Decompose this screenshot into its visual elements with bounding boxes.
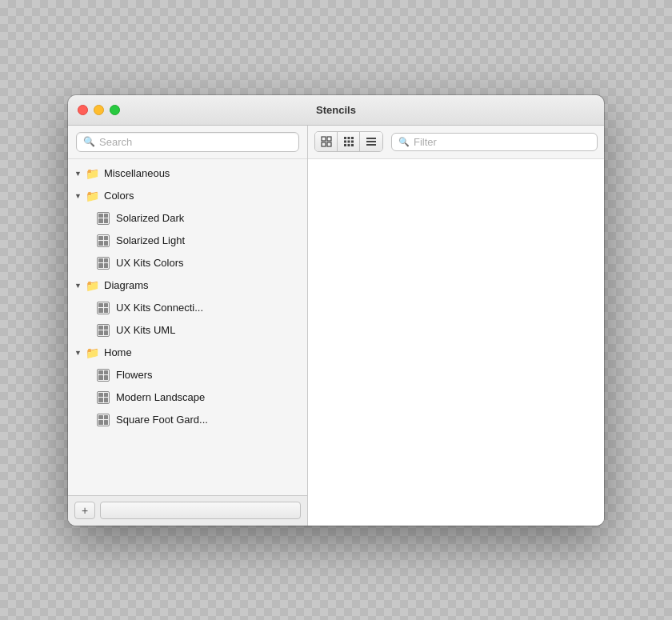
stencil-label: Solarized Light bbox=[116, 234, 185, 246]
search-bar: 🔍 bbox=[68, 126, 307, 159]
svg-rect-6 bbox=[351, 137, 354, 139]
stencils-window: Stencils 🔍 ▼ 📁 Miscellaneous bbox=[68, 95, 604, 526]
right-panel: 🔍 Filter bbox=[308, 126, 604, 526]
svg-rect-12 bbox=[351, 144, 354, 146]
folder-label: Home bbox=[104, 346, 132, 358]
svg-rect-13 bbox=[366, 138, 376, 139]
stencil-grid-icon bbox=[97, 391, 110, 404]
search-input-wrapper[interactable]: 🔍 bbox=[76, 132, 299, 152]
svg-rect-5 bbox=[347, 137, 350, 139]
stencil-grid-icon bbox=[97, 324, 110, 337]
tree-container: ▼ 📁 Miscellaneous ▼ 📁 Colors Solarized D… bbox=[68, 159, 307, 495]
tree-item-ux-kits-connecti[interactable]: UX Kits Connecti... bbox=[68, 297, 307, 319]
stencil-label: UX Kits UML bbox=[116, 324, 175, 336]
stencil-label: UX Kits Colors bbox=[116, 257, 184, 269]
tree-folder-miscellaneous[interactable]: ▼ 📁 Miscellaneous bbox=[68, 162, 307, 185]
grid-view-button[interactable] bbox=[338, 132, 360, 151]
svg-rect-7 bbox=[344, 141, 346, 143]
folder-label: Diagrams bbox=[104, 279, 149, 291]
tree-item-ux-kits-colors[interactable]: UX Kits Colors bbox=[68, 252, 307, 274]
tree-folder-diagrams[interactable]: ▼ 📁 Diagrams bbox=[68, 274, 307, 297]
svg-rect-10 bbox=[344, 144, 346, 146]
add-stencil-button[interactable]: + bbox=[74, 502, 95, 519]
chevron-icon: ▼ bbox=[74, 170, 82, 178]
chevron-icon: ▼ bbox=[74, 282, 82, 290]
filter-wrapper[interactable]: 🔍 Filter bbox=[391, 133, 598, 151]
folder-icon: 📁 bbox=[86, 167, 99, 180]
maximize-button[interactable] bbox=[110, 105, 120, 115]
svg-rect-3 bbox=[327, 142, 331, 146]
chevron-icon: ▼ bbox=[74, 192, 82, 200]
chevron-icon: ▼ bbox=[74, 349, 82, 357]
stencil-view-button[interactable] bbox=[315, 132, 338, 151]
svg-rect-8 bbox=[347, 141, 350, 143]
stencil-label: UX Kits Connecti... bbox=[116, 302, 203, 314]
stencil-label: Modern Landscape bbox=[116, 391, 205, 403]
stencil-grid-icon bbox=[97, 212, 110, 225]
folder-label: Colors bbox=[104, 190, 134, 202]
grid-view-icon bbox=[343, 136, 354, 147]
titlebar: Stencils bbox=[68, 95, 604, 126]
tree-item-square-foot-gard[interactable]: Square Foot Gard... bbox=[68, 409, 307, 431]
tree-item-flowers[interactable]: Flowers bbox=[68, 364, 307, 386]
svg-rect-15 bbox=[366, 144, 376, 146]
left-panel: 🔍 ▼ 📁 Miscellaneous ▼ 📁 Colors bbox=[68, 126, 308, 526]
window-body: 🔍 ▼ 📁 Miscellaneous ▼ 📁 Colors bbox=[68, 126, 604, 526]
view-button-group bbox=[314, 131, 383, 152]
svg-rect-1 bbox=[327, 137, 331, 141]
svg-rect-4 bbox=[344, 137, 346, 139]
search-input[interactable] bbox=[99, 136, 292, 148]
plus-icon: + bbox=[82, 504, 88, 517]
stencil-label: Flowers bbox=[116, 369, 153, 381]
stencil-grid-icon bbox=[97, 302, 110, 314]
svg-rect-2 bbox=[322, 142, 326, 146]
svg-rect-11 bbox=[347, 144, 350, 146]
traffic-lights bbox=[78, 105, 120, 115]
svg-rect-0 bbox=[322, 137, 326, 141]
tree-folder-home[interactable]: ▼ 📁 Home bbox=[68, 342, 307, 364]
bottom-bar: + bbox=[68, 495, 307, 526]
tree-item-modern-landscape[interactable]: Modern Landscape bbox=[68, 386, 307, 409]
stencil-grid-icon bbox=[97, 234, 110, 247]
stencil-label: Square Foot Gard... bbox=[116, 414, 208, 426]
svg-rect-14 bbox=[366, 141, 376, 142]
right-content bbox=[308, 159, 604, 526]
filter-search-icon: 🔍 bbox=[398, 137, 410, 147]
stencil-label: Solarized Dark bbox=[116, 212, 184, 224]
tree-item-solarized-light[interactable]: Solarized Light bbox=[68, 230, 307, 252]
list-view-button[interactable] bbox=[360, 132, 382, 151]
search-icon: 🔍 bbox=[83, 136, 95, 147]
stencil-name-field[interactable] bbox=[100, 502, 301, 519]
list-view-icon bbox=[366, 136, 377, 147]
stencil-grid-icon bbox=[97, 414, 110, 426]
svg-rect-9 bbox=[351, 141, 354, 143]
window-title: Stencils bbox=[316, 104, 356, 116]
tree-item-ux-kits-uml[interactable]: UX Kits UML bbox=[68, 319, 307, 342]
folder-icon: 📁 bbox=[86, 346, 99, 359]
folder-icon: 📁 bbox=[86, 279, 99, 292]
minimize-button[interactable] bbox=[94, 105, 104, 115]
tree-folder-colors[interactable]: ▼ 📁 Colors bbox=[68, 185, 307, 207]
stencil-view-icon bbox=[321, 136, 332, 147]
filter-placeholder: Filter bbox=[414, 136, 437, 148]
folder-icon: 📁 bbox=[86, 190, 99, 202]
stencil-grid-icon bbox=[97, 257, 110, 270]
folder-label: Miscellaneous bbox=[104, 167, 170, 179]
close-button[interactable] bbox=[78, 105, 88, 115]
right-toolbar: 🔍 Filter bbox=[308, 126, 604, 159]
tree-item-solarized-dark[interactable]: Solarized Dark bbox=[68, 207, 307, 230]
stencil-grid-icon bbox=[97, 369, 110, 382]
